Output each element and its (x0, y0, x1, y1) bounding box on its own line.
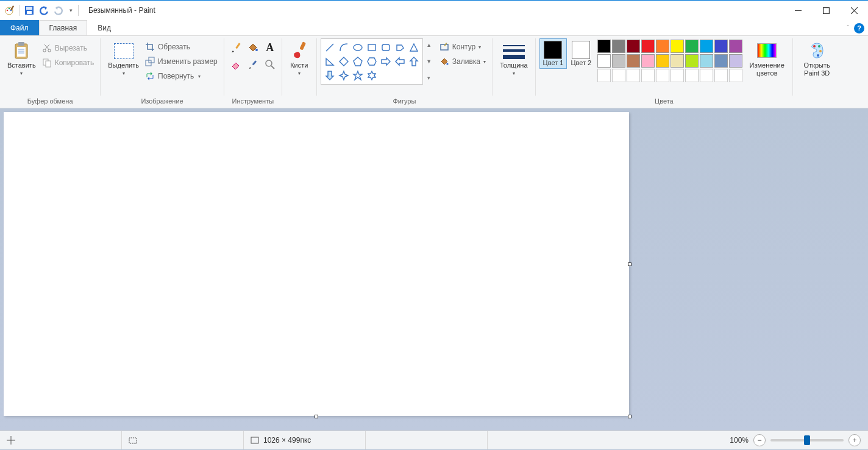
palette-color[interactable] (685, 40, 699, 53)
palette-color[interactable] (641, 40, 655, 53)
palette-color[interactable] (729, 54, 742, 68)
shapes-gallery[interactable] (321, 38, 423, 85)
open-paint3d-button[interactable]: Открыть Paint 3D (797, 38, 837, 77)
maximize-button[interactable] (812, 1, 840, 20)
minimize-button[interactable] (784, 1, 812, 20)
shape-polygon[interactable] (393, 41, 407, 54)
qat-customize-icon[interactable]: ▾ (68, 7, 74, 13)
svg-point-27 (255, 49, 258, 51)
close-button[interactable] (840, 1, 868, 20)
fill-icon (439, 57, 449, 66)
palette-custom-slot[interactable] (700, 69, 713, 82)
tab-file[interactable]: Файл (0, 20, 39, 35)
palette-color[interactable] (714, 40, 728, 53)
eraser-tool[interactable] (228, 57, 244, 72)
zoom-in-button[interactable]: + (848, 434, 861, 446)
shape-curve[interactable] (337, 41, 350, 54)
status-spacer (488, 431, 722, 449)
shape-diamond[interactable] (337, 55, 350, 68)
palette-custom-slot[interactable] (627, 69, 640, 82)
shape-line[interactable] (323, 41, 336, 54)
palette-custom-slot[interactable] (656, 69, 669, 82)
undo-icon[interactable] (38, 5, 49, 16)
resize-handle-right[interactable] (628, 262, 631, 266)
shape-star6[interactable] (365, 69, 379, 82)
shape-star5[interactable] (351, 69, 365, 82)
shape-right-triangle[interactable] (323, 55, 336, 68)
palette-color[interactable] (714, 54, 728, 68)
redo-icon[interactable] (53, 5, 64, 16)
palette-color[interactable] (685, 54, 699, 68)
shape-arrow-left[interactable] (393, 55, 407, 68)
fill-button[interactable]: Заливка ▾ (437, 54, 488, 69)
magnifier-tool[interactable] (262, 57, 278, 72)
copy-button[interactable]: Копировать (40, 55, 97, 70)
palette-color[interactable] (700, 54, 713, 68)
shape-triangle[interactable] (407, 41, 421, 54)
cut-button[interactable]: Вырезать (40, 41, 97, 55)
shape-hexagon[interactable] (365, 55, 379, 68)
palette-color[interactable] (729, 40, 742, 53)
canvas[interactable] (4, 112, 629, 416)
resize-handle-bottom[interactable] (315, 415, 318, 418)
color1-button[interactable]: Цвет 1 (539, 38, 567, 69)
palette-color[interactable] (612, 40, 625, 53)
shape-rectangle[interactable] (365, 41, 379, 54)
palette-custom-slot[interactable] (612, 69, 625, 82)
shape-arrow-right[interactable] (379, 55, 393, 68)
thickness-button[interactable]: Толщина (496, 38, 532, 76)
zoom-slider-thumb[interactable] (804, 435, 810, 445)
crop-button[interactable]: Обрезать (143, 40, 220, 54)
palette-custom-slot[interactable] (641, 69, 655, 82)
shapes-scroll-up[interactable]: ▲ (425, 40, 433, 51)
save-icon[interactable] (24, 5, 35, 16)
outline-button[interactable]: Контур ▾ (437, 40, 488, 54)
palette-color[interactable] (597, 54, 611, 68)
palette-color[interactable] (612, 54, 625, 68)
palette-color[interactable] (656, 40, 669, 53)
palette-custom-slot[interactable] (714, 69, 728, 82)
rotate-button[interactable]: Повернуть ▾ (143, 69, 220, 83)
shape-rounded-rect[interactable] (379, 41, 393, 54)
palette-color[interactable] (671, 54, 684, 68)
tab-home[interactable]: Главная (39, 20, 88, 35)
palette-custom-slot[interactable] (597, 69, 611, 82)
work-area[interactable] (0, 108, 868, 431)
fill-tool[interactable] (245, 40, 261, 55)
palette-custom-slot[interactable] (729, 69, 742, 82)
zoom-out-button[interactable]: − (753, 434, 766, 446)
palette-color[interactable] (627, 54, 640, 68)
rotate-label: Повернуть (158, 72, 194, 80)
select-button[interactable]: Выделить (104, 38, 143, 76)
tab-view[interactable]: Вид (87, 20, 121, 35)
palette-color[interactable] (656, 54, 669, 68)
shapes-expand[interactable]: ▾ (425, 72, 433, 83)
color-picker-tool[interactable] (245, 57, 261, 72)
palette-custom-slot[interactable] (685, 69, 699, 82)
resize-handle-corner[interactable] (628, 415, 631, 418)
paste-button[interactable]: Вставить (4, 38, 40, 76)
shapes-scroll-down[interactable]: ▼ (425, 56, 433, 67)
edit-colors-button[interactable]: Изменение цветов (745, 38, 789, 77)
pencil-tool[interactable] (228, 40, 244, 55)
svg-line-32 (326, 44, 333, 51)
palette-color[interactable] (641, 54, 655, 68)
shape-arrow-down[interactable] (323, 69, 336, 82)
palette-color[interactable] (700, 40, 713, 53)
shape-arrow-up[interactable] (407, 55, 421, 68)
collapse-ribbon-icon[interactable]: ˆ (847, 24, 849, 32)
brushes-button[interactable]: Кисти (286, 38, 313, 76)
crop-icon (145, 42, 155, 52)
color2-button[interactable]: Цвет 2 (567, 38, 595, 69)
text-tool[interactable]: A (262, 40, 278, 55)
palette-color[interactable] (627, 40, 640, 53)
palette-color[interactable] (597, 40, 611, 53)
shape-star4[interactable] (337, 69, 350, 82)
shape-pentagon[interactable] (351, 55, 365, 68)
zoom-slider[interactable] (770, 439, 844, 441)
shape-oval[interactable] (351, 41, 365, 54)
resize-button[interactable]: Изменить размер (143, 54, 220, 69)
palette-custom-slot[interactable] (671, 69, 684, 82)
help-icon[interactable]: ? (854, 23, 864, 33)
palette-color[interactable] (671, 40, 684, 53)
